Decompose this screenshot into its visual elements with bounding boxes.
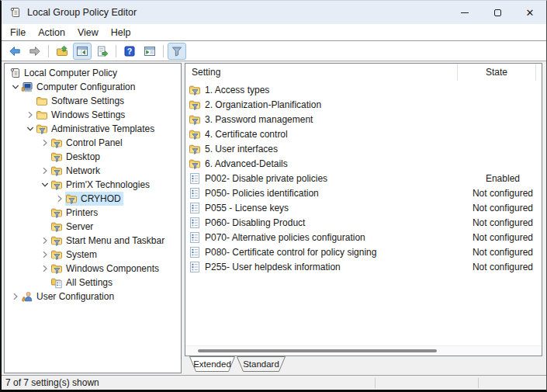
back-button[interactable] — [5, 43, 24, 60]
scrollbar-thumb[interactable] — [198, 349, 437, 352]
column-header-state[interactable]: State — [458, 67, 535, 78]
forward-arrow-icon — [29, 45, 41, 57]
folder-filter-icon — [50, 234, 63, 247]
setting-state: Not configured — [464, 217, 542, 228]
help-icon: ? — [123, 45, 136, 57]
setting-state: Enabled — [464, 173, 542, 184]
setting-name: P070- Alternative policies configuration — [205, 232, 464, 243]
toolbar-separator — [48, 45, 49, 57]
tree-item-printers[interactable]: Printers — [5, 206, 181, 220]
setting-name: 3. Password management — [205, 114, 464, 125]
tree-item-administrative-templates[interactable]: Administrative Templates — [5, 122, 181, 136]
up-one-level-button[interactable] — [53, 43, 71, 60]
tree-item-desktop[interactable]: Desktop — [5, 150, 181, 164]
menu-file[interactable]: File — [4, 26, 32, 40]
close-button[interactable]: ✕ — [514, 1, 546, 24]
console-tree-pane: Local Computer Policy Computer Configura… — [4, 63, 182, 373]
folder-filter-icon — [50, 137, 63, 149]
close-icon: ✕ — [526, 8, 535, 18]
details-pane: Setting State 1. Access types 2. Organiz… — [185, 63, 542, 356]
setting-row[interactable]: P255- User helpdesk information Not conf… — [185, 259, 542, 274]
tree-item-start-menu-and-taskbar[interactable]: Start Menu and Taskbar — [5, 234, 181, 248]
chevron-down-icon[interactable] — [24, 123, 36, 135]
column-divider[interactable] — [535, 64, 536, 81]
tree-item-local-computer-policy[interactable]: Local Computer Policy — [5, 66, 181, 80]
tree-item-prim-x-technologies[interactable]: Prim'X Technologies — [5, 178, 181, 192]
folder-filter-icon — [50, 206, 63, 219]
chevron-right-icon[interactable] — [39, 248, 50, 261]
expander-chevron-icon — [39, 220, 50, 233]
chevron-down-icon[interactable] — [39, 179, 50, 191]
tree-item-cryhod[interactable]: CRYHOD — [5, 192, 181, 206]
tab-extended-label[interactable]: Extended — [193, 359, 231, 369]
statusbar-divider — [478, 378, 479, 388]
menu-help[interactable]: Help — [105, 26, 137, 40]
forward-button[interactable] — [26, 43, 44, 60]
tree-item-windows-settings[interactable]: Windows Settings — [5, 108, 181, 122]
toolbar: ? — [2, 41, 546, 61]
folder-filter-icon — [50, 165, 63, 177]
setting-row[interactable]: P070- Alternative policies configuration… — [185, 230, 542, 245]
show-properties-button[interactable] — [140, 43, 159, 60]
tree-item-network[interactable]: Network — [5, 164, 181, 178]
chevron-down-icon[interactable] — [9, 81, 21, 93]
setting-row[interactable]: 4. Certificate control — [185, 127, 542, 141]
setting-row[interactable]: 5. User interfaces — [185, 141, 542, 156]
setting-row[interactable]: 1. Access types — [185, 82, 542, 97]
content-area: Local Computer Policy Computer Configura… — [2, 61, 546, 375]
setting-row[interactable]: 3. Password management — [185, 112, 542, 127]
chevron-right-icon[interactable] — [39, 137, 50, 149]
tree-item-server[interactable]: Server — [5, 220, 181, 234]
folder-icon — [36, 109, 48, 121]
policy-icon — [189, 246, 201, 258]
expander-chevron-icon — [39, 151, 50, 163]
tree-item-software-settings[interactable]: Software Settings — [5, 94, 181, 108]
folder-filter-icon — [189, 158, 201, 170]
chevron-right-icon[interactable] — [54, 193, 65, 205]
tree-item-computer-configuration[interactable]: Computer Configuration — [5, 80, 181, 94]
show-console-tree-button[interactable] — [73, 43, 92, 60]
menu-action[interactable]: Action — [32, 26, 71, 40]
user-icon — [21, 290, 33, 303]
setting-row[interactable]: P050- Policies identification Not config… — [185, 186, 542, 200]
column-header-setting[interactable]: Setting — [185, 67, 457, 78]
folder-filter-icon — [36, 123, 48, 135]
tree-item-control-panel[interactable]: Control Panel — [5, 136, 181, 150]
folder-filter-icon — [189, 113, 201, 126]
tree-item-system[interactable]: System — [5, 248, 181, 262]
filter-button[interactable] — [168, 43, 186, 60]
all-settings-icon — [50, 276, 63, 289]
setting-row[interactable]: P002- Disable private policies Enabled — [185, 171, 542, 186]
policy-icon — [189, 217, 201, 229]
folder-filter-icon — [50, 151, 63, 163]
tree-item-all-settings[interactable]: All Settings — [5, 276, 181, 290]
tree-item-windows-components[interactable]: Windows Components — [5, 262, 181, 276]
console-tree-icon — [76, 45, 88, 57]
menu-view[interactable]: View — [71, 26, 105, 40]
chevron-right-icon[interactable] — [9, 290, 21, 303]
statusbar-divider — [375, 378, 376, 388]
setting-name: 4. Certificate control — [205, 129, 464, 140]
properties-window-icon — [144, 45, 156, 57]
policy-icon — [189, 261, 201, 273]
setting-row[interactable]: P055 - License keys Not configured — [185, 200, 542, 215]
export-list-button[interactable] — [93, 43, 112, 60]
tab-standard-label[interactable]: Standard — [243, 359, 279, 369]
setting-row[interactable]: 6. Advanced-Details — [185, 156, 542, 171]
titlebar[interactable]: Local Group Policy Editor ✕ — [2, 1, 546, 24]
setting-name: P255- User helpdesk information — [205, 262, 464, 272]
help-button[interactable]: ? — [120, 43, 139, 60]
maximize-button[interactable] — [481, 1, 514, 24]
setting-row[interactable]: 2. Organization-Planification — [185, 97, 542, 112]
setting-row[interactable]: P080- Certificate control for policy sig… — [185, 245, 542, 259]
filter-icon — [171, 45, 183, 57]
chevron-right-icon[interactable] — [39, 262, 50, 275]
chevron-right-icon[interactable] — [39, 234, 50, 247]
tree-item-user-configuration[interactable]: User Configuration — [5, 290, 181, 304]
chevron-right-icon[interactable] — [39, 165, 50, 177]
minimize-button[interactable] — [448, 1, 481, 24]
toolbar-separator — [116, 45, 116, 57]
setting-row[interactable]: P060- Disabling Product Not configured — [185, 215, 542, 230]
chevron-right-icon[interactable] — [24, 109, 36, 121]
horizontal-scrollbar[interactable] — [185, 345, 542, 356]
